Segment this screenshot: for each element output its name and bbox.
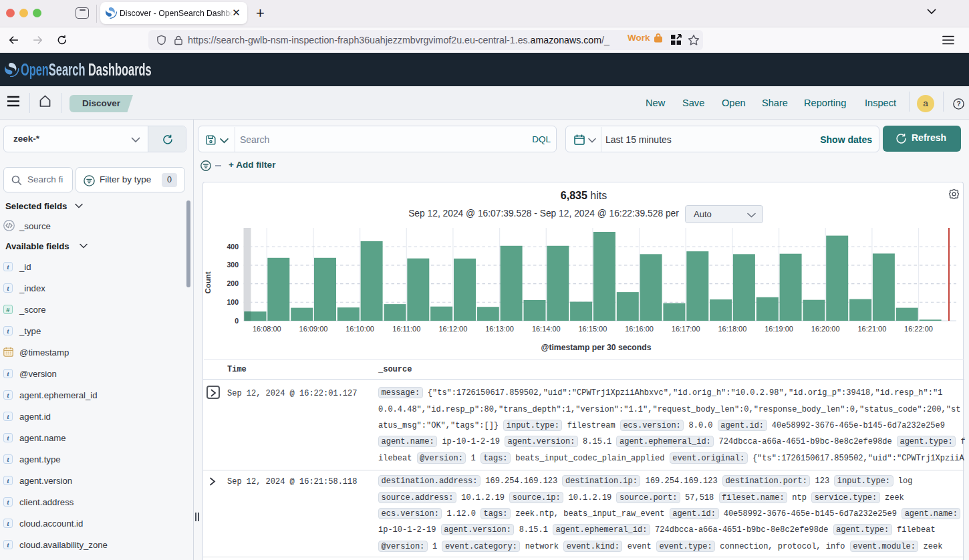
svg-text:16:10:00: 16:10:00 [345, 325, 374, 333]
svg-text:16:19:00: 16:19:00 [765, 325, 793, 333]
svg-text:16:21:00: 16:21:00 [857, 325, 886, 333]
svg-text:16:16:00: 16:16:00 [625, 325, 654, 333]
svg-text:16:11:00: 16:11:00 [392, 325, 420, 333]
svg-text:0: 0 [235, 317, 239, 325]
svg-text:16:08:00: 16:08:00 [253, 325, 281, 333]
svg-text:16:17:00: 16:17:00 [672, 325, 700, 333]
svg-text:16:14:00: 16:14:00 [532, 325, 561, 333]
svg-text:?: ? [956, 100, 960, 108]
svg-text:300: 300 [227, 261, 239, 269]
svg-text:16:15:00: 16:15:00 [578, 325, 607, 333]
svg-text:100: 100 [227, 298, 239, 306]
svg-text:200: 200 [227, 279, 239, 287]
svg-text:16:13:00: 16:13:00 [485, 325, 514, 333]
svg-text:16:09:00: 16:09:00 [299, 325, 328, 333]
svg-text:Count: Count [204, 271, 212, 293]
svg-text:16:20:00: 16:20:00 [811, 325, 840, 333]
svg-text:400: 400 [227, 243, 239, 251]
svg-text:16:12:00: 16:12:00 [438, 325, 467, 333]
svg-text:16:18:00: 16:18:00 [718, 325, 746, 333]
svg-text:16:22:00: 16:22:00 [904, 325, 933, 333]
